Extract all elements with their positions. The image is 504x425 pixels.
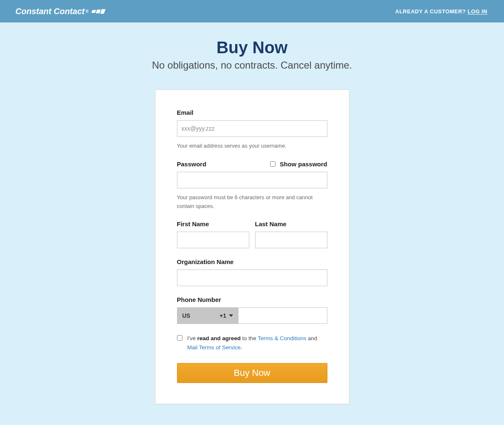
brand-logo[interactable]: Constant Contact ® [15,7,105,16]
show-password-toggle[interactable]: Show password [270,161,327,168]
field-organization: Organization Name [177,258,327,286]
terms-agree-row: I've read and agreed to the Terms & Cond… [177,334,327,352]
organization-input[interactable] [177,269,327,286]
email-input[interactable] [177,120,327,137]
brand-name: Constant Contact [15,7,85,16]
first-name-label: First Name [177,220,249,227]
terms-link[interactable]: Terms & Conditions [258,335,306,341]
buy-now-button[interactable]: Buy Now [177,363,327,383]
last-name-input[interactable] [255,232,327,248]
show-password-label: Show password [280,161,327,168]
phone-label: Phone Number [177,296,327,303]
show-password-checkbox[interactable] [270,161,275,167]
field-first-name: First Name [177,220,249,248]
field-phone: Phone Number US +1 [177,296,327,324]
email-help: Your email address serves as your userna… [177,142,327,151]
content: Buy Now No obligations, no contracts. Ca… [0,22,504,404]
terms-agree-text: I've read and agreed to the Terms & Cond… [187,334,327,352]
login-link[interactable]: LOG IN [467,8,487,15]
country-code-value: US [182,312,190,319]
signup-card: Email Your email address serves as your … [155,89,349,404]
brand-mark-icon [92,9,105,14]
customer-prompt: ALREADY A CUSTOMER? [395,8,466,15]
mail-terms-link[interactable]: Mail Terms of Service [187,344,241,351]
field-password: Password Show password Your password mus… [177,161,327,211]
terms-agree-checkbox[interactable] [177,335,182,341]
header-bar: Constant Contact ® ALREADY A CUSTOMER? L… [0,0,504,22]
first-name-input[interactable] [177,232,249,248]
country-code-select[interactable]: US +1 [177,307,238,324]
header-login-area: ALREADY A CUSTOMER? LOG IN [395,8,487,15]
field-name-row: First Name Last Name [177,220,327,248]
password-input[interactable] [177,172,327,188]
organization-label: Organization Name [177,258,327,265]
dial-code: +1 [220,312,226,319]
password-help: Your password must be 6 characters or mo… [177,193,327,211]
password-label: Password [177,161,207,168]
field-last-name: Last Name [255,220,327,248]
phone-input[interactable] [238,307,327,324]
chevron-down-icon [229,314,233,317]
last-name-label: Last Name [255,220,327,227]
email-label: Email [177,109,327,116]
field-email: Email Your email address serves as your … [177,109,327,151]
page-title: Buy Now [0,38,504,57]
page-subtitle: No obligations, no contracts. Cancel any… [0,59,504,71]
